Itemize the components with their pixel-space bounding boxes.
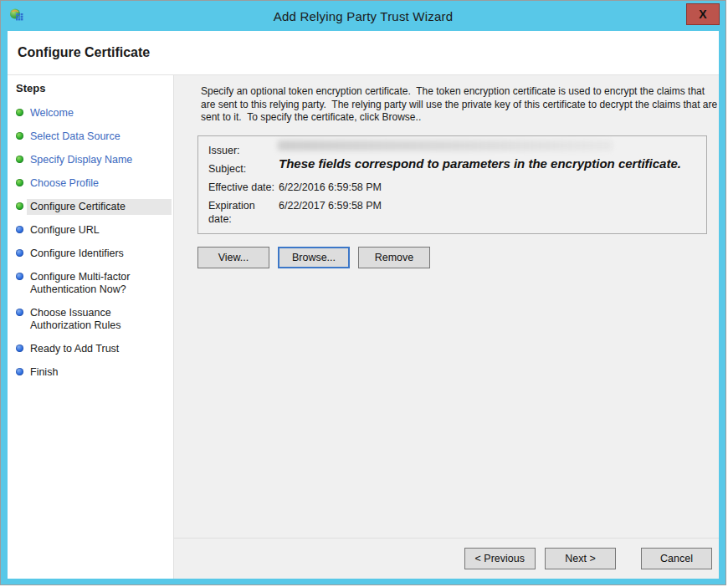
certificate-details-box: Issuer: Subject: Effective date: 6/22/20…	[197, 135, 707, 234]
step-label: Configure URL	[30, 224, 161, 237]
step-label: Specify Display Name	[30, 154, 161, 166]
step-item: Configure Multi-factor Authentication No…	[16, 269, 173, 298]
step-label: Choose Profile	[30, 177, 161, 190]
step-item: Configure Identifiers	[16, 246, 173, 262]
step-item: Ready to Add Trust	[16, 341, 173, 357]
step-bullet-icon	[16, 179, 23, 186]
main-content: Specify an optional token encryption cer…	[174, 75, 719, 538]
certificate-field-label: Effective date:	[208, 181, 279, 194]
page-title: Configure Certificate	[18, 45, 150, 60]
window-title: Add Relying Party Trust Wizard	[1, 1, 725, 31]
browse-button[interactable]: Browse...	[278, 247, 350, 268]
dialog-inner: Configure Certificate Steps Welcome Sele…	[8, 31, 719, 579]
step-label: Ready to Add Trust	[30, 343, 161, 355]
step-bullet-icon	[16, 132, 23, 140]
step-bullet-icon	[16, 309, 23, 316]
steps-heading: Steps	[16, 82, 173, 94]
certificate-field-row: Expiration date: 6/22/2017 6:59:58 PM	[208, 199, 706, 226]
close-button[interactable]: X	[686, 3, 720, 25]
certificate-field-row: Issuer:	[208, 144, 706, 157]
step-label: Select Data Source	[30, 130, 161, 143]
next-button[interactable]: Next >	[545, 548, 616, 569]
step-label: Welcome	[30, 107, 161, 120]
step-bullet-icon	[16, 202, 23, 210]
certificate-field-value: 6/22/2017 6:59:58 PM	[279, 199, 382, 226]
certificate-field-row: Effective date: 6/22/2016 6:59:58 PM	[208, 181, 706, 194]
step-bullet-icon	[16, 226, 23, 233]
step-description: Specify an optional token encryption cer…	[201, 85, 719, 125]
step-item: Specify Display Name	[16, 152, 173, 168]
titlebar: Add Relying Party Trust Wizard X	[1, 1, 725, 31]
step-item: Choose Profile	[16, 176, 173, 191]
certificate-field-label: Expiration date:	[208, 199, 279, 226]
certificate-actions: View... Browse... Remove	[197, 247, 719, 268]
step-bullet-icon	[16, 249, 23, 257]
remove-button[interactable]: Remove	[358, 247, 430, 268]
step-item: Finish	[16, 365, 173, 380]
certificate-field-value: 6/22/2016 6:59:58 PM	[279, 181, 382, 194]
previous-button[interactable]: < Previous	[464, 548, 536, 569]
step-bullet-icon	[16, 156, 23, 163]
step-item: Configure Certificate	[16, 199, 173, 215]
step-label: Finish	[30, 366, 161, 379]
step-label: Choose Issuance Authorization Rules	[30, 307, 161, 332]
cancel-button[interactable]: Cancel	[641, 548, 712, 569]
annotation-note: These fields correspond to parameters in…	[279, 156, 681, 171]
wizard-footer: < Previous Next > Cancel	[174, 538, 719, 579]
step-item: Welcome	[16, 105, 173, 121]
step-bullet-icon	[16, 345, 23, 352]
step-label: Configure Certificate	[27, 199, 172, 215]
step-item: Select Data Source	[16, 129, 173, 145]
certificate-field-label: Issuer:	[208, 144, 279, 157]
steps-sidebar: Steps Welcome Select Data Source Specify…	[8, 75, 174, 579]
step-item: Choose Issuance Authorization Rules	[16, 305, 173, 334]
view-button[interactable]: View...	[197, 247, 269, 268]
page-header: Configure Certificate	[8, 31, 719, 75]
step-bullet-icon	[16, 273, 23, 280]
step-label: Configure Multi-factor Authentication No…	[30, 271, 161, 296]
steps-list: Welcome Select Data Source Specify Displ…	[16, 105, 173, 380]
step-item: Configure URL	[16, 222, 173, 238]
step-label: Configure Identifiers	[30, 248, 161, 260]
step-bullet-icon	[16, 109, 23, 116]
certificate-field-label: Subject:	[208, 162, 279, 176]
wizard-window: Add Relying Party Trust Wizard X Configu…	[0, 0, 726, 585]
step-bullet-icon	[16, 368, 23, 375]
